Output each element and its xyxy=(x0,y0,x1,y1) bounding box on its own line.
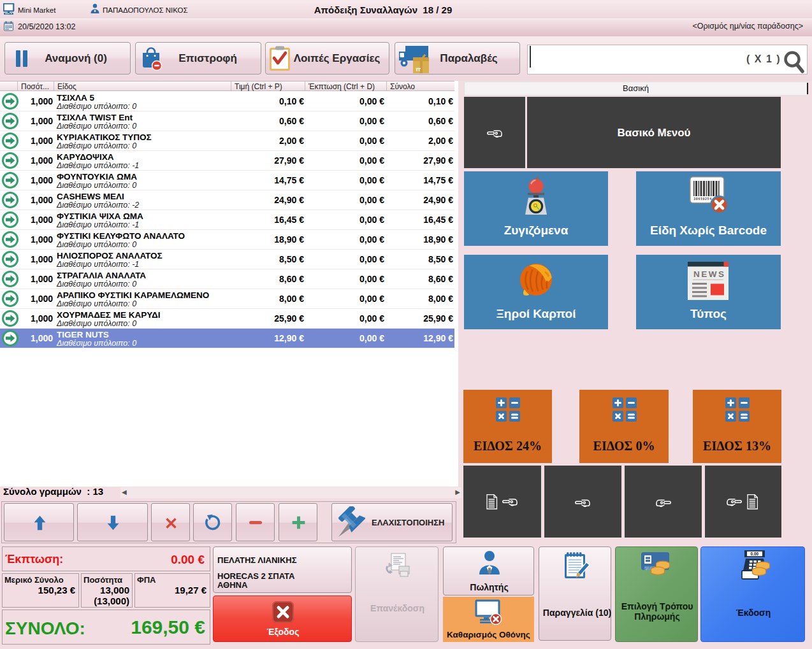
svg-text:0.00: 0.00 xyxy=(751,552,759,556)
svg-text:NEWS: NEWS xyxy=(693,269,726,279)
svg-text:38659254: 38659254 xyxy=(694,197,712,201)
